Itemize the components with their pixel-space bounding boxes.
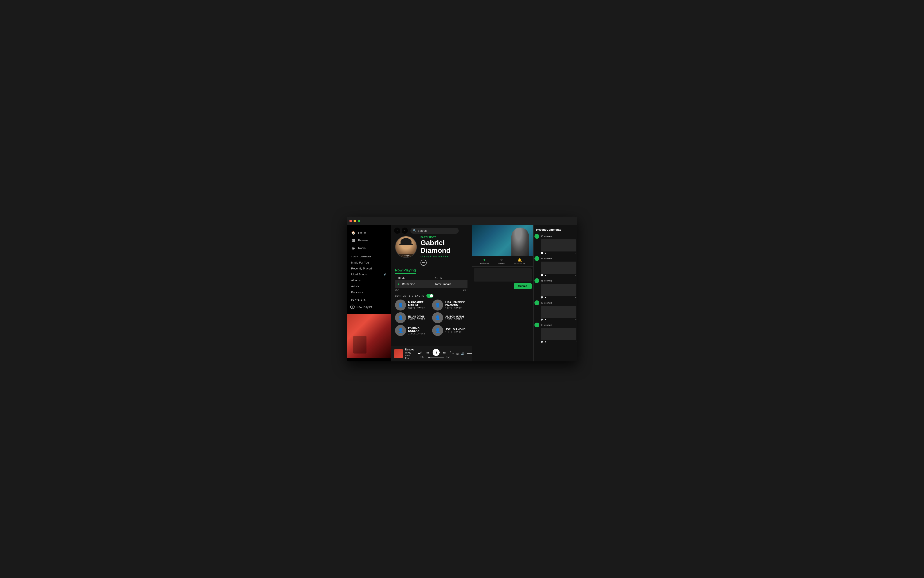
comment-reply-icon[interactable]: ↩ bbox=[575, 252, 576, 254]
search-input[interactable] bbox=[418, 229, 456, 232]
sidebar-item-recently-played[interactable]: Recently Played bbox=[347, 266, 390, 271]
comment-icon[interactable]: 💬 bbox=[541, 252, 543, 254]
comment-reply-icon[interactable]: ↩ bbox=[575, 318, 576, 321]
more-options-button[interactable]: ••• bbox=[420, 260, 427, 266]
time-current: 0:04 bbox=[395, 289, 399, 291]
back-button[interactable]: ‹ bbox=[394, 227, 400, 234]
change-avatar-label[interactable]: Change bbox=[395, 254, 416, 257]
comment-icon[interactable]: 💬 bbox=[541, 341, 543, 343]
submit-comment-button[interactable]: Submit bbox=[514, 283, 532, 289]
nav-arrows: ‹ › bbox=[394, 227, 408, 234]
previous-button[interactable]: ⏮ bbox=[426, 351, 429, 354]
shuffle-button[interactable]: ⇄ bbox=[420, 351, 423, 354]
table-row[interactable]: ♥ Borderline Tame Impala bbox=[395, 280, 467, 288]
avatar-hat bbox=[400, 238, 412, 245]
comment-card-1: 98 followers 💬 ♥ ↩ bbox=[534, 256, 576, 276]
favorite-icon: ☆ bbox=[500, 258, 503, 262]
bottom-player: Nuevos Aires Alex Fox ♥ ⇄ ⏮ ⏸ ⏭ ↻ 0:32 bbox=[390, 346, 472, 361]
sidebar-item-radio[interactable]: ◉ Radio bbox=[350, 244, 387, 252]
comment-user-row: 98 followers bbox=[534, 300, 576, 305]
next-button[interactable]: ⏭ bbox=[443, 351, 446, 354]
comment-box-4 bbox=[541, 328, 576, 340]
search-icon: 🔍 bbox=[413, 229, 416, 232]
notifications-action[interactable]: 🔔 Notifications bbox=[514, 258, 525, 265]
queue-button[interactable]: ≡ bbox=[452, 352, 454, 355]
comment-icon[interactable]: 💬 bbox=[541, 274, 543, 276]
comment-textarea[interactable] bbox=[474, 268, 532, 281]
comment-heart-icon[interactable]: ♥ bbox=[545, 341, 546, 343]
time-total: 3:57 bbox=[463, 289, 467, 291]
following-action[interactable]: ♥ Following bbox=[480, 258, 488, 265]
listener-name-5: JOEL DIAMOND bbox=[445, 328, 465, 331]
listener-avatar-1: 👤 bbox=[432, 300, 443, 310]
list-item: 👤 ELIAS DAVIS 53 FOLLOWERS bbox=[395, 312, 430, 323]
progress-bar[interactable] bbox=[401, 290, 461, 290]
listener-info-0: MARGARET MINIUM 98 FOLLOWERS bbox=[408, 301, 430, 309]
comment-actions-4: 💬 ♥ ↩ bbox=[541, 341, 576, 343]
close-button[interactable] bbox=[349, 220, 352, 222]
minimize-button[interactable] bbox=[353, 220, 356, 222]
comment-heart-icon[interactable]: ♥ bbox=[545, 252, 546, 254]
listener-name-3: ALISON WANG bbox=[445, 315, 464, 318]
col-artist: ARTIST bbox=[432, 276, 467, 280]
sidebar-item-made-for-you[interactable]: Made For You bbox=[347, 260, 390, 266]
sidebar-item-albums[interactable]: Albums bbox=[347, 278, 390, 283]
comment-box-3 bbox=[541, 306, 576, 318]
listeners-toggle[interactable] bbox=[426, 294, 433, 298]
avatar-silhouette: 👤 bbox=[432, 312, 443, 323]
new-playlist-button[interactable]: + New Playlist bbox=[347, 303, 390, 311]
comment-avatar-0 bbox=[534, 234, 539, 239]
party-content: Change Party Host Gabriel Diamond LISTEN… bbox=[390, 236, 472, 346]
list-item: 👤 LIZA LEMBECK DIAMOND 10 FOLLOWERS bbox=[432, 300, 467, 310]
list-item: 👤 JOEL DIAMOND 11 FOLLOWERS bbox=[432, 325, 467, 336]
listener-avatar-4: 👤 bbox=[395, 325, 406, 336]
sidebar-item-home[interactable]: 🏠 Home bbox=[350, 229, 387, 237]
volume-slider[interactable] bbox=[467, 353, 472, 354]
track-artist-cell: Tame Impala bbox=[432, 280, 467, 288]
player-controls: ⇄ ⏮ ⏸ ⏭ ↻ 0:32 3:53 bbox=[420, 349, 452, 358]
comment-reply-icon[interactable]: ↩ bbox=[575, 274, 576, 276]
now-playing-info: Nuevos Aires Alex Fox ♥ bbox=[394, 348, 420, 359]
party-header: Change Party Host Gabriel Diamond LISTEN… bbox=[395, 236, 467, 266]
comment-card-2: 98 followers 💬 ♥ ↩ bbox=[534, 278, 576, 299]
player-heart-icon[interactable]: ♥ bbox=[418, 352, 420, 356]
comment-reply-icon[interactable]: ↩ bbox=[575, 296, 576, 299]
control-buttons: ⇄ ⏮ ⏸ ⏭ ↻ bbox=[420, 349, 452, 356]
sidebar-browse-label: Browse bbox=[358, 239, 368, 242]
comment-reply-icon[interactable]: ↩ bbox=[575, 341, 576, 343]
sidebar-item-podcasts[interactable]: Podcasts bbox=[347, 289, 390, 295]
list-item: 👤 ALISON WANG 27 FOLLOWERS bbox=[432, 312, 467, 323]
repeat-button[interactable]: ↻ bbox=[450, 351, 452, 354]
comment-icon[interactable]: 💬 bbox=[541, 318, 543, 321]
comment-heart-icon[interactable]: ♥ bbox=[545, 318, 546, 321]
forward-button[interactable]: › bbox=[402, 227, 408, 234]
library-section-label: YOUR LIBRARY bbox=[347, 252, 390, 260]
maximize-button[interactable] bbox=[358, 220, 360, 222]
sidebar-item-liked-songs[interactable]: Liked Songs 🔊 bbox=[347, 271, 390, 278]
player-progress-track[interactable] bbox=[428, 357, 444, 358]
comment-avatar-2 bbox=[534, 278, 539, 283]
listener-name-0: MARGARET MINIUM bbox=[408, 301, 430, 307]
listeners-grid: 👤 MARGARET MINIUM 98 FOLLOWERS 👤 bbox=[395, 300, 467, 336]
listener-followers-2: 53 FOLLOWERS bbox=[408, 318, 425, 321]
right-controls: ≡ ⊡ 🔊 ⛶ bbox=[452, 352, 472, 355]
following-label: Following bbox=[480, 262, 488, 265]
player-time-total: 3:53 bbox=[446, 356, 452, 358]
sidebar-item-browse[interactable]: ⊞ Browse bbox=[350, 237, 387, 244]
heart-icon[interactable]: ♥ bbox=[398, 282, 399, 286]
comment-heart-icon[interactable]: ♥ bbox=[545, 296, 546, 299]
sidebar-item-artists[interactable]: Artists bbox=[347, 283, 390, 289]
favorite-action[interactable]: ☆ Favorite bbox=[498, 258, 505, 265]
listener-avatar-3: 👤 bbox=[432, 312, 443, 323]
listener-info-1: LIZA LEMBECK DIAMOND 10 FOLLOWERS bbox=[445, 301, 467, 309]
volume-fill bbox=[467, 353, 472, 354]
play-pause-button[interactable]: ⏸ bbox=[433, 349, 439, 356]
comment-actions-1: 💬 ♥ ↩ bbox=[541, 274, 576, 276]
comment-heart-icon[interactable]: ♥ bbox=[545, 274, 546, 276]
devices-button[interactable]: ⊡ bbox=[456, 352, 459, 355]
favorite-label: Favorite bbox=[498, 263, 505, 265]
comment-username-2: 98 followers bbox=[541, 279, 552, 282]
comment-icon[interactable]: 💬 bbox=[541, 296, 543, 299]
host-avatar: Change bbox=[395, 236, 417, 258]
volume-button[interactable]: 🔊 bbox=[461, 352, 464, 355]
